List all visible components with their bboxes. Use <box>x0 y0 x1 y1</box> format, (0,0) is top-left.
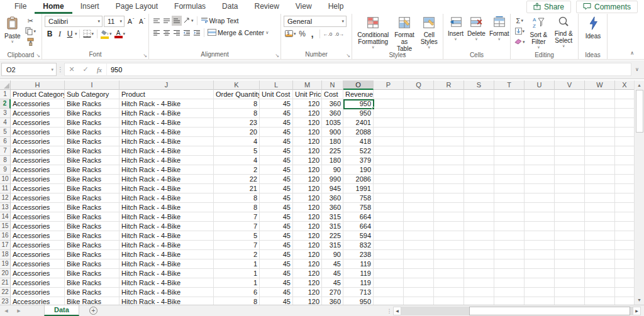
cell[interactable]: Unit Cost <box>260 90 293 99</box>
cell[interactable]: 120 <box>293 241 322 250</box>
increase-decimal-button[interactable]: ←.0 <box>322 29 334 39</box>
cell[interactable]: 225 <box>322 146 343 156</box>
cell[interactable]: Hitch Rack - 4-Bike <box>119 212 214 222</box>
cell[interactable] <box>525 184 555 193</box>
cell[interactable] <box>374 288 404 297</box>
cell[interactable] <box>434 278 464 288</box>
cell[interactable]: 120 <box>293 118 322 128</box>
cell[interactable]: 120 <box>293 250 322 259</box>
cell[interactable]: 758 <box>343 193 374 203</box>
cell[interactable]: Hitch Rack - 4-Bike <box>119 250 214 259</box>
cell[interactable]: Bike Racks <box>65 193 119 203</box>
borders-button[interactable]: ▾ <box>82 29 96 39</box>
cell[interactable]: 4 <box>214 137 260 146</box>
vertical-scrollbar[interactable]: ▲ ▼ <box>634 80 644 305</box>
cell[interactable]: 119 <box>343 259 374 269</box>
column-header-P[interactable]: P <box>374 80 404 90</box>
alignment-dialog-launcher-icon[interactable]: ↘ <box>275 53 279 58</box>
cell[interactable] <box>525 212 555 222</box>
font-name-combo[interactable]: Calibri▾ <box>45 16 103 27</box>
row-header-20[interactable]: 20 <box>0 269 11 278</box>
cell[interactable] <box>615 269 634 278</box>
cell[interactable]: 45 <box>322 278 343 288</box>
cell[interactable]: Hitch Rack - 4-Bike <box>119 184 214 193</box>
cell[interactable] <box>555 99 585 109</box>
cell[interactable]: 2 <box>214 250 260 259</box>
cell[interactable] <box>494 175 525 184</box>
cell[interactable] <box>615 165 634 175</box>
align-left-button[interactable] <box>152 28 162 38</box>
cell[interactable] <box>494 118 525 128</box>
cell[interactable] <box>494 203 525 212</box>
cell[interactable]: Hitch Rack - 4-Bike <box>119 193 214 203</box>
cell[interactable] <box>555 278 585 288</box>
cell[interactable] <box>374 212 404 222</box>
font-size-combo[interactable]: 11▾ <box>104 16 125 27</box>
cell[interactable] <box>615 231 634 241</box>
ribbon-tab-view[interactable]: View <box>287 0 320 14</box>
increase-font-button[interactable]: Aˆ <box>126 16 136 26</box>
cell[interactable]: 522 <box>343 146 374 156</box>
cell[interactable]: 45 <box>260 118 293 128</box>
cell[interactable]: 7 <box>214 222 260 231</box>
row-header-17[interactable]: 17 <box>0 241 11 250</box>
cell[interactable]: 1035 <box>322 118 343 128</box>
cell[interactable]: Accessories <box>11 109 65 118</box>
cell[interactable] <box>374 241 404 250</box>
cell[interactable] <box>404 165 434 175</box>
column-header-H[interactable]: H <box>11 80 65 90</box>
cell[interactable] <box>555 146 585 156</box>
cell[interactable]: Accessories <box>11 175 65 184</box>
cell[interactable]: Bike Racks <box>65 165 119 175</box>
cell[interactable]: 6 <box>214 288 260 297</box>
cell[interactable] <box>525 241 555 250</box>
cell[interactable]: Hitch Rack - 4-Bike <box>119 203 214 212</box>
cell[interactable]: Hitch Rack - 4-Bike <box>119 241 214 250</box>
cell[interactable]: Hitch Rack - 4-Bike <box>119 146 214 156</box>
decrease-indent-button[interactable] <box>182 28 192 38</box>
cell[interactable] <box>464 259 494 269</box>
paste-button[interactable]: Paste ∨ <box>3 16 23 51</box>
row-header-12[interactable]: 12 <box>0 193 11 203</box>
cell[interactable] <box>525 288 555 297</box>
cell[interactable] <box>404 259 434 269</box>
cell[interactable] <box>585 288 615 297</box>
cell[interactable] <box>464 203 494 212</box>
comments-button[interactable]: Comments <box>576 1 638 13</box>
cell[interactable] <box>525 231 555 241</box>
orientation-dropdown-icon[interactable]: ▾ <box>191 18 194 23</box>
cell[interactable] <box>615 278 634 288</box>
cell[interactable] <box>585 137 615 146</box>
scroll-left-icon[interactable]: ◀ <box>393 307 401 315</box>
cell[interactable]: 120 <box>293 146 322 156</box>
cell[interactable] <box>615 118 634 128</box>
cell[interactable]: Bike Racks <box>65 212 119 222</box>
cell[interactable] <box>615 156 634 165</box>
cell[interactable] <box>585 165 615 175</box>
cell[interactable] <box>615 203 634 212</box>
cell[interactable] <box>555 203 585 212</box>
cell[interactable] <box>525 222 555 231</box>
cell[interactable] <box>404 222 434 231</box>
cell[interactable] <box>464 109 494 118</box>
new-sheet-button[interactable]: + <box>89 307 97 315</box>
horizontal-scrollbar-track[interactable] <box>401 307 633 315</box>
cell[interactable] <box>494 278 525 288</box>
cell[interactable] <box>555 212 585 222</box>
row-header-11[interactable]: 11 <box>0 184 11 193</box>
cell[interactable] <box>525 259 555 269</box>
cell[interactable] <box>374 146 404 156</box>
cell[interactable]: 238 <box>343 250 374 259</box>
row-header-5[interactable]: 5 <box>0 128 11 137</box>
cell[interactable] <box>404 212 434 222</box>
row-header-22[interactable]: 22 <box>0 288 11 297</box>
cell[interactable] <box>404 231 434 241</box>
row-header-7[interactable]: 7 <box>0 146 11 156</box>
horizontal-scrollbar[interactable]: ⋮ ◀ ▶ <box>386 305 644 316</box>
cell[interactable] <box>615 99 634 109</box>
cell[interactable]: Bike Racks <box>65 137 119 146</box>
cell[interactable] <box>404 278 434 288</box>
cell[interactable]: Hitch Rack - 4-Bike <box>119 288 214 297</box>
cell[interactable]: Hitch Rack - 4-Bike <box>119 259 214 269</box>
column-header-V[interactable]: V <box>555 80 585 90</box>
